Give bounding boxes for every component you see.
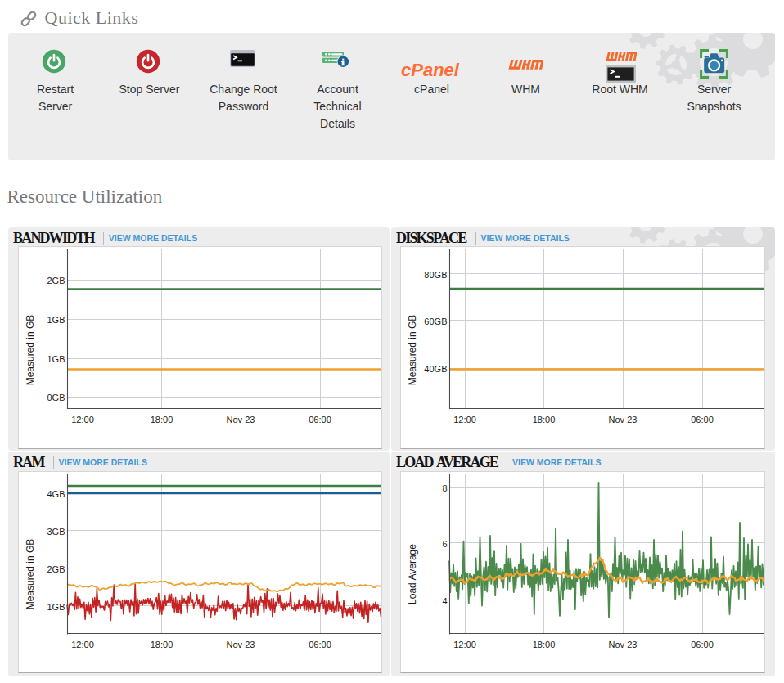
svg-text:1GB: 1GB <box>47 354 65 364</box>
svg-text:12:00: 12:00 <box>453 640 476 649</box>
svg-text:4GB: 4GB <box>47 489 65 499</box>
svg-text:06:00: 06:00 <box>309 415 331 425</box>
svg-text:0GB: 0GB <box>47 393 65 402</box>
svg-text:8: 8 <box>442 483 447 493</box>
svg-text:60GB: 60GB <box>424 317 447 326</box>
svg-text:Nov 23: Nov 23 <box>609 415 638 425</box>
svg-text:40GB: 40GB <box>424 364 447 374</box>
svg-text:18:00: 18:00 <box>151 415 173 425</box>
svg-text:18:00: 18:00 <box>533 640 556 649</box>
svg-text:06:00: 06:00 <box>691 640 714 649</box>
svg-text:Measured in GB: Measured in GB <box>25 539 36 610</box>
svg-text:18:00: 18:00 <box>533 415 556 425</box>
svg-text:06:00: 06:00 <box>309 640 331 649</box>
svg-text:Measured in GB: Measured in GB <box>25 315 36 386</box>
svg-text:3GB: 3GB <box>47 527 65 537</box>
svg-text:1GB: 1GB <box>47 315 65 325</box>
svg-text:2GB: 2GB <box>47 276 65 285</box>
svg-text:80GB: 80GB <box>424 270 447 280</box>
svg-text:Load Average: Load Average <box>407 544 418 604</box>
svg-text:Measured in GB: Measured in GB <box>407 315 418 386</box>
svg-text:06:00: 06:00 <box>691 415 714 425</box>
svg-text:12:00: 12:00 <box>71 640 94 649</box>
svg-text:12:00: 12:00 <box>453 415 476 425</box>
svg-text:4: 4 <box>442 596 447 606</box>
svg-text:Nov 23: Nov 23 <box>227 640 255 649</box>
svg-text:12:00: 12:00 <box>71 415 94 425</box>
svg-text:18:00: 18:00 <box>151 640 173 649</box>
svg-text:2GB: 2GB <box>47 564 65 574</box>
svg-text:6: 6 <box>442 539 447 549</box>
svg-text:1GB: 1GB <box>47 602 65 612</box>
svg-text:Nov 23: Nov 23 <box>609 640 638 649</box>
svg-text:Nov 23: Nov 23 <box>227 415 255 425</box>
